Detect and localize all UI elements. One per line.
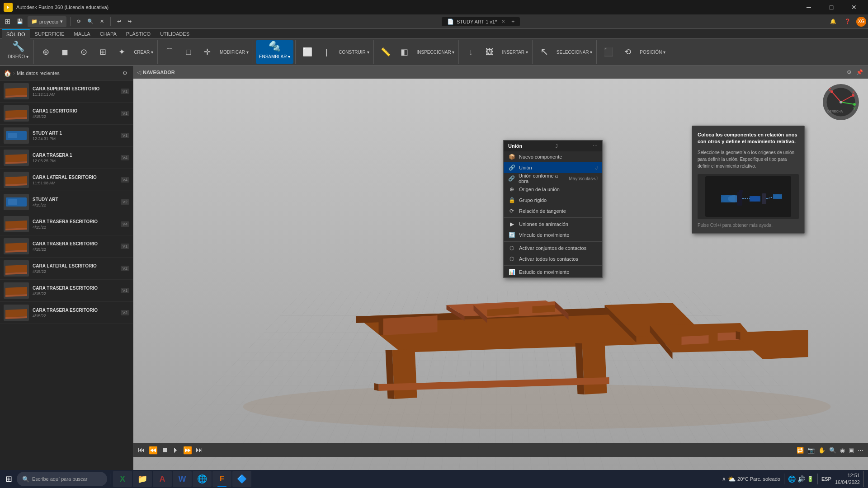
start-button[interactable]: ⊞ [2,474,16,484]
insertar-btn-2[interactable]: 🖼 [481,41,499,63]
taskbar-app-explorer[interactable]: 📁 [133,471,152,487]
playback-play-button[interactable]: ⏵ [172,446,179,454]
crear-btn-2[interactable]: ◼ [56,41,74,63]
tray-expand-icon[interactable]: ∧ [722,476,726,482]
construir-btn-1[interactable]: ⬜ [298,41,316,63]
new-tab-button[interactable]: + [511,19,514,25]
taskbar-app-other[interactable]: 🔷 [232,471,251,487]
modificar-dropdown[interactable]: MODIFICAR ▾ [217,41,251,63]
inspeccionar-btn-2[interactable]: ◧ [396,41,414,63]
tab-solido[interactable]: SÓLIDO [2,29,30,39]
network-icon[interactable]: 🌐 [788,475,796,483]
camera-pan-button[interactable]: ✋ [818,447,826,454]
camera-snapshot-button[interactable]: 📷 [807,447,815,454]
menu-item-union[interactable]: 🔗 Unión J [504,162,602,173]
crear-btn-3[interactable]: ⊙ [75,41,93,63]
inspeccionar-dropdown[interactable]: INSPECCIONAR ▾ [415,41,457,63]
battery-icon[interactable]: 🔋 [807,476,814,482]
construir-btn-2[interactable]: | [317,41,335,63]
playback-end-button[interactable]: ⏭ [196,446,203,454]
seleccionar-dropdown[interactable]: SELECCIONAR ▾ [554,41,594,63]
file-item[interactable]: CARA1 ESCRITORIO 4/15/22 V1 [0,103,133,125]
tab-superficie[interactable]: SUPERFICIE [30,29,69,39]
menu-item-estudio[interactable]: 📊 Estudio de movimiento [504,267,602,277]
modificar-btn-2[interactable]: □ [179,41,198,63]
crear-btn-5[interactable]: ✦ [113,41,131,63]
viewport[interactable]: ◁ NAVEGADOR ⚙ 📌 [133,66,868,470]
file-item[interactable]: CARA LATERAL ESCRITORIO 4/15/22 V2 [0,258,133,280]
redo-button[interactable]: ↪ [125,16,134,27]
file-item[interactable]: CARA TRASERA ESCRITORIO 4/15/22 V1 [0,280,133,302]
grid-menu-button[interactable]: ⊞ [2,16,13,27]
show-desktop-button[interactable] [863,471,866,487]
view-more-button[interactable]: ⋯ [858,447,863,454]
file-item[interactable]: CARA TRASERA 1 12:05:25 PM V4 [0,147,133,169]
close-button[interactable]: ✕ [844,0,864,14]
taskbar-app-access[interactable]: A [153,471,172,487]
crear-btn-1[interactable]: ⊕ [37,41,55,63]
tab-malla[interactable]: MALLA [70,29,95,39]
menu-item-activar-todos[interactable]: ⬡ Activar todos los contactos [504,253,602,264]
home-icon[interactable]: 🏠 [4,70,11,77]
dropdown-more-icon[interactable]: ⋯ [593,143,598,149]
menu-item-animacion[interactable]: ▶ Uniones de animación [504,219,602,230]
tab-chapa[interactable]: CHAPA [95,29,121,39]
camera-orbit-button[interactable]: 🔁 [797,447,804,454]
crear-btn-4[interactable]: ⊞ [94,41,112,63]
file-item[interactable]: CARA LATERAL ESCRITORIO 11:51:08 AM V4 [0,169,133,191]
construir-dropdown[interactable]: CONSTRUIR ▾ [336,41,371,63]
posicion-btn-2[interactable]: ⟲ [618,41,637,63]
insertar-dropdown[interactable]: INSERTAR ▾ [500,41,530,63]
crear-dropdown[interactable]: CREAR ▾ [132,41,156,63]
file-item[interactable]: CARA TRASERA ESCRITORIO 4/15/22 V1 [0,235,133,258]
playback-next-button[interactable]: ⏩ [183,446,192,455]
navigator-settings-button[interactable]: ⚙ [845,69,853,76]
menu-item-activar-conjuntos[interactable]: ⬡ Activar conjuntos de contactos [504,243,602,253]
tab-plastico[interactable]: PLÁSTICO [122,29,155,39]
ensamblar-dropdown-button[interactable]: 🔩 ENSAMBLAR ▾ [256,40,293,64]
navigator-pin-button[interactable]: 📌 [855,69,864,76]
menu-item-vinculo[interactable]: 🔄 Vínculo de movimiento [504,230,602,240]
modificar-btn-1[interactable]: ⌒ [160,41,179,63]
close-document-button[interactable]: ✕ [501,19,505,24]
help-button[interactable]: ❓ [842,16,854,27]
language-label[interactable]: ESP [821,476,831,482]
menu-item-origen[interactable]: ⊕ Origen de la unión [504,184,602,195]
taskbar-app-excel[interactable]: X [113,471,132,487]
taskbar-app-chrome[interactable]: 🌐 [193,471,212,487]
insertar-btn-1[interactable]: ↓ [462,41,480,63]
search-button[interactable]: 🔍 [85,16,96,27]
taskbar-app-fusion[interactable]: F [212,471,231,487]
view-display-button[interactable]: ▣ [849,447,854,454]
clock[interactable]: 12:51 16/04/2022 [833,472,862,486]
file-item[interactable]: CARA TRASERA ESCRITORIO 4/15/22 V2 [0,302,133,324]
notification-button[interactable]: 🔔 [827,16,839,27]
file-item[interactable]: CARA SUPERIOR ESCRITORIO 11:12:11 AM V1 [0,80,133,103]
panel-settings-button[interactable]: ⚙ [121,69,129,77]
maximize-button[interactable]: □ [821,0,842,14]
user-avatar[interactable]: XG [856,17,866,27]
project-dropdown[interactable]: 📁 proyecto ▾ [28,16,66,27]
posicion-dropdown[interactable]: POSICIÓN ▾ [637,41,668,63]
refresh-button[interactable]: ⟳ [74,16,84,27]
modificar-btn-3[interactable]: ✛ [198,41,217,63]
volume-icon[interactable]: 🔊 [797,475,805,483]
tab-utilidades[interactable]: UTILIDADES [156,29,194,39]
file-item[interactable]: CARA TRASERA ESCRITORIO 4/15/22 V4 [0,213,133,235]
seleccionar-btn-1[interactable]: ↖ [535,41,553,63]
menu-item-grupo[interactable]: 🔒 Grupo rígido [504,195,602,206]
playback-prev-button[interactable]: ⏪ [149,446,158,455]
save-button[interactable]: 💾 [14,16,26,27]
inspeccionar-btn-1[interactable]: 📏 [377,41,395,63]
diseno-dropdown-button[interactable]: 🔧 DISEÑO ▾ [5,40,32,64]
playback-start-button[interactable]: ⏮ [138,446,145,454]
posicion-btn-1[interactable]: ⬛ [599,41,618,63]
camera-zoom-button[interactable]: 🔍 [829,447,836,454]
file-item[interactable]: STUDY ART 4/15/22 V2 [0,191,133,213]
playback-stop-button[interactable]: ⏹ [161,446,169,454]
file-item[interactable]: STUDY ART 1 12:24:31 PM V1 [0,125,133,147]
view-fit-button[interactable]: ◉ [840,447,845,454]
taskbar-app-word[interactable]: W [173,471,192,487]
menu-item-union-conforme[interactable]: 🔗 Unión conforme a obra Mayúsculas+J [504,173,602,184]
close-panel-button[interactable]: ✕ [97,16,107,27]
